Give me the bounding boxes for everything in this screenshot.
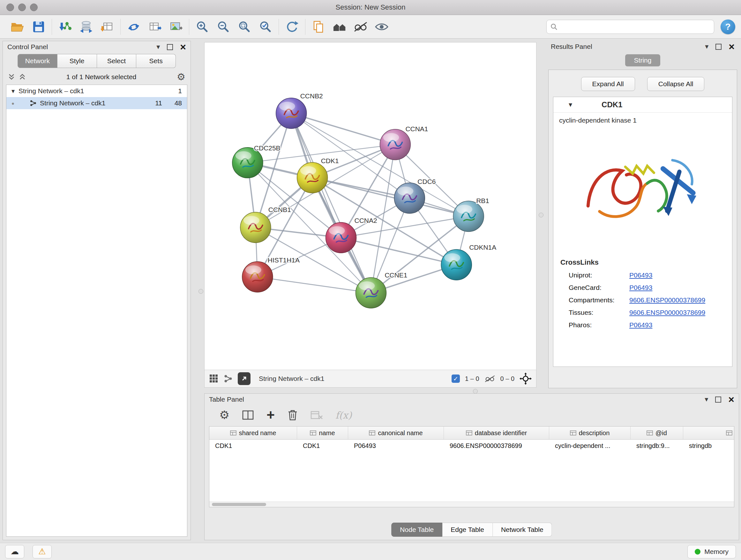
string-home-icon[interactable] bbox=[331, 18, 348, 36]
table-cell[interactable]: CDK1 bbox=[209, 442, 297, 449]
table-cell[interactable]: stringdb bbox=[683, 442, 734, 449]
network-node-CCNE1[interactable] bbox=[356, 277, 387, 308]
network-edge-CCNB2-CCNE1[interactable] bbox=[291, 113, 371, 293]
network-node-CCNA2[interactable] bbox=[326, 222, 356, 253]
pan-crosshair-icon[interactable] bbox=[520, 373, 532, 385]
column-header--id[interactable]: @id bbox=[630, 427, 683, 439]
tab-string[interactable]: String bbox=[625, 54, 661, 66]
table-cell[interactable]: 9606.ENSP00000378699 bbox=[444, 442, 549, 449]
search-box[interactable] bbox=[546, 20, 714, 34]
crosslink-value-link[interactable]: 9606.ENSP00000378699 bbox=[629, 296, 705, 304]
hide-glasses-icon[interactable] bbox=[352, 18, 369, 36]
zoom-selected-icon[interactable] bbox=[257, 18, 274, 36]
memory-button[interactable]: Memory bbox=[687, 545, 736, 558]
network-edge-CCNA2-CDKN1A[interactable] bbox=[341, 238, 457, 265]
column-header-description[interactable]: description bbox=[549, 427, 630, 439]
tab-select[interactable]: Select bbox=[97, 54, 137, 68]
table-cell[interactable]: P06493 bbox=[348, 442, 444, 449]
tab-edge-table[interactable]: Edge Table bbox=[442, 523, 493, 537]
panel-float-icon[interactable] bbox=[716, 44, 722, 50]
network-edge-CCNB2-CCNA1[interactable] bbox=[291, 113, 395, 145]
tab-node-table[interactable]: Node Table bbox=[391, 523, 442, 537]
export-network-icon[interactable] bbox=[125, 18, 142, 36]
network-node-CDK1[interactable] bbox=[297, 163, 328, 193]
collapse-all-button[interactable]: Collapse All bbox=[647, 77, 704, 91]
network-node-CCNB2[interactable] bbox=[276, 98, 307, 129]
panel-close-icon[interactable]: × bbox=[180, 42, 186, 52]
tab-network-table[interactable]: Network Table bbox=[493, 523, 552, 537]
panel-collapse-icon[interactable]: ▾ bbox=[705, 43, 709, 50]
zoom-in-icon[interactable] bbox=[194, 18, 211, 36]
network-row-selected[interactable]: ● String Network – cdk1 11 48 bbox=[6, 97, 187, 109]
show-eye-icon[interactable] bbox=[373, 18, 390, 36]
tab-sets[interactable]: Sets bbox=[136, 54, 176, 68]
splitter-handle[interactable] bbox=[199, 289, 203, 294]
gear-icon[interactable]: ⚙ bbox=[177, 72, 185, 82]
panel-float-icon[interactable] bbox=[167, 44, 173, 50]
network-canvas[interactable]: CCNB2CCNA1CDC25BCDK1CDC6RB1CCNB1CCNA2CDK… bbox=[205, 43, 536, 370]
expand-all-icon[interactable] bbox=[19, 73, 26, 80]
crosslink-value-link[interactable]: 9606.ENSP00000378699 bbox=[629, 309, 705, 316]
window-minimize-button[interactable] bbox=[18, 3, 26, 11]
crosslink-value-link[interactable]: P06493 bbox=[629, 271, 652, 279]
hidden-elements-icon[interactable] bbox=[484, 375, 495, 382]
network-node-CCNA1[interactable] bbox=[380, 129, 410, 160]
column-header-database-identifier[interactable]: database identifier bbox=[444, 427, 549, 439]
delete-column-trash-icon[interactable] bbox=[287, 409, 298, 421]
tab-style[interactable]: Style bbox=[57, 54, 97, 68]
warnings-button[interactable]: ⚠ bbox=[32, 545, 52, 558]
section-collapse-icon[interactable]: ▾ bbox=[569, 101, 572, 109]
network-overview-icon[interactable] bbox=[224, 374, 232, 383]
tree-expand-icon[interactable]: ▾ bbox=[11, 87, 15, 95]
table-cell[interactable]: stringdb:9... bbox=[630, 442, 683, 449]
zoom-fit-icon[interactable] bbox=[236, 18, 253, 36]
network-node-HIST1H1A[interactable] bbox=[242, 261, 273, 292]
horizontal-scrollbar[interactable] bbox=[209, 502, 734, 507]
zoom-out-icon[interactable] bbox=[215, 18, 232, 36]
window-close-button[interactable] bbox=[6, 3, 14, 11]
show-columns-icon[interactable] bbox=[242, 410, 254, 420]
window-zoom-button[interactable] bbox=[30, 3, 38, 11]
scrollbar-thumb[interactable] bbox=[212, 503, 266, 506]
network-node-CDC25B[interactable] bbox=[232, 147, 263, 178]
network-node-RB1[interactable] bbox=[453, 201, 484, 232]
birds-eye-view-icon[interactable] bbox=[209, 374, 219, 383]
selected-checkbox-icon[interactable]: ✓ bbox=[452, 374, 460, 383]
apply-layout-icon[interactable] bbox=[283, 18, 300, 36]
network-node-CDKN1A[interactable] bbox=[441, 249, 472, 280]
network-collection-row[interactable]: ▾ String Network – cdk1 1 bbox=[6, 85, 187, 97]
import-table-file-icon[interactable] bbox=[98, 18, 116, 36]
import-network-file-icon[interactable] bbox=[57, 18, 74, 36]
gene-section-header[interactable]: ▾ CDK1 bbox=[553, 97, 732, 113]
cloud-button[interactable]: ☁ bbox=[5, 545, 24, 558]
export-table-icon[interactable] bbox=[146, 18, 163, 36]
network-edge-CDK1-RB1[interactable] bbox=[313, 178, 469, 216]
table-cell[interactable]: cyclin-dependent ... bbox=[549, 442, 630, 449]
search-input[interactable] bbox=[560, 23, 710, 30]
collapse-all-icon[interactable] bbox=[8, 73, 15, 80]
table-settings-gear-icon[interactable]: ⚙ bbox=[219, 409, 229, 421]
save-session-icon[interactable] bbox=[30, 18, 47, 36]
splitter-handle[interactable] bbox=[539, 212, 543, 217]
export-image-icon[interactable] bbox=[167, 18, 185, 36]
open-session-icon[interactable] bbox=[9, 18, 26, 36]
network-node-CCNB1[interactable] bbox=[240, 212, 271, 243]
export-view-button[interactable] bbox=[238, 372, 251, 385]
splitter-handle[interactable] bbox=[473, 389, 478, 394]
panel-collapse-icon[interactable]: ▾ bbox=[156, 44, 160, 51]
panel-collapse-icon[interactable]: ▾ bbox=[704, 396, 708, 403]
panel-float-icon[interactable] bbox=[715, 396, 721, 402]
network-edge-HIST1H1A-CCNE1[interactable] bbox=[258, 277, 371, 293]
tab-network[interactable]: Network bbox=[17, 54, 57, 68]
import-network-database-icon[interactable] bbox=[77, 18, 95, 36]
table-cell[interactable]: CDK1 bbox=[297, 442, 348, 449]
column-header-name[interactable]: name bbox=[297, 427, 348, 439]
expand-all-button[interactable]: Expand All bbox=[581, 77, 635, 91]
panel-close-icon[interactable]: × bbox=[728, 394, 734, 405]
column-header-namespace[interactable]: namespace bbox=[683, 427, 734, 439]
column-header-shared-name[interactable]: shared name bbox=[209, 427, 297, 439]
crosslink-value-link[interactable]: P06493 bbox=[629, 321, 652, 329]
column-header-canonical-name[interactable]: canonical name bbox=[348, 427, 444, 439]
copy-document-icon[interactable] bbox=[310, 18, 327, 36]
add-column-icon[interactable]: + bbox=[266, 409, 275, 421]
